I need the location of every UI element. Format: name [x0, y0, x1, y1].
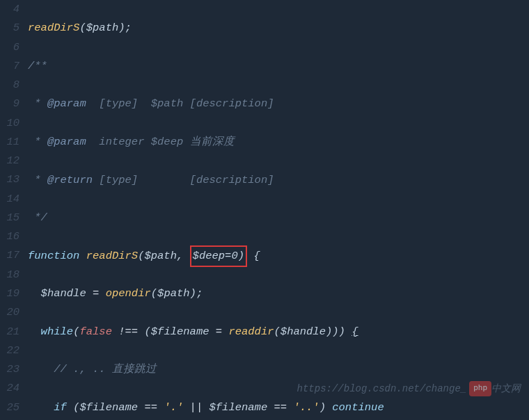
line-number: 12	[0, 152, 19, 170]
code-line: * @return [type] [description]	[28, 171, 529, 190]
code-line: while(false !== ($filename = readdir($ha…	[28, 323, 529, 341]
highlight-box: $deep=0)	[190, 245, 247, 267]
code-line: * @param integer $deep 当前深度	[28, 133, 529, 152]
code-line: /**	[28, 57, 529, 76]
line-number: 8	[0, 76, 19, 95]
line-number: 11	[0, 133, 19, 152]
code-area[interactable]: readDirS($path); /** * @param [type] $pa…	[25, 0, 529, 420]
line-number-gutter: 45678910111213141516171819202122232425	[0, 0, 25, 420]
line-number: 15	[0, 209, 19, 227]
line-number: 14	[0, 190, 19, 209]
line-number: 4	[0, 0, 19, 19]
line-number: 18	[0, 266, 19, 284]
line-number: 6	[0, 38, 19, 57]
line-number: 7	[0, 57, 19, 76]
line-number: 10	[0, 114, 19, 133]
code-line: * @param [type] $path [description]	[28, 95, 529, 113]
code-line: */	[28, 209, 529, 227]
line-number: 25	[0, 398, 19, 417]
line-number: 22	[0, 341, 19, 360]
watermark: https://blog.csdn.net/change_php中文网	[262, 363, 521, 414]
line-number: 9	[0, 95, 19, 113]
line-number: 13	[0, 170, 19, 189]
line-number: 21	[0, 323, 19, 341]
code-line: readDirS($path);	[28, 19, 529, 38]
line-number: 20	[0, 303, 19, 322]
line-number: 19	[0, 284, 19, 303]
line-number: 24	[0, 379, 19, 398]
code-line: function readDirS($path, $deep=0) {	[28, 247, 529, 266]
line-number: 17	[0, 246, 19, 265]
code-line: $handle = opendir($path);	[28, 284, 529, 303]
line-number: 23	[0, 360, 19, 379]
line-number: 5	[0, 19, 19, 38]
code-editor[interactable]: 45678910111213141516171819202122232425 r…	[0, 0, 529, 420]
line-number: 16	[0, 227, 19, 246]
